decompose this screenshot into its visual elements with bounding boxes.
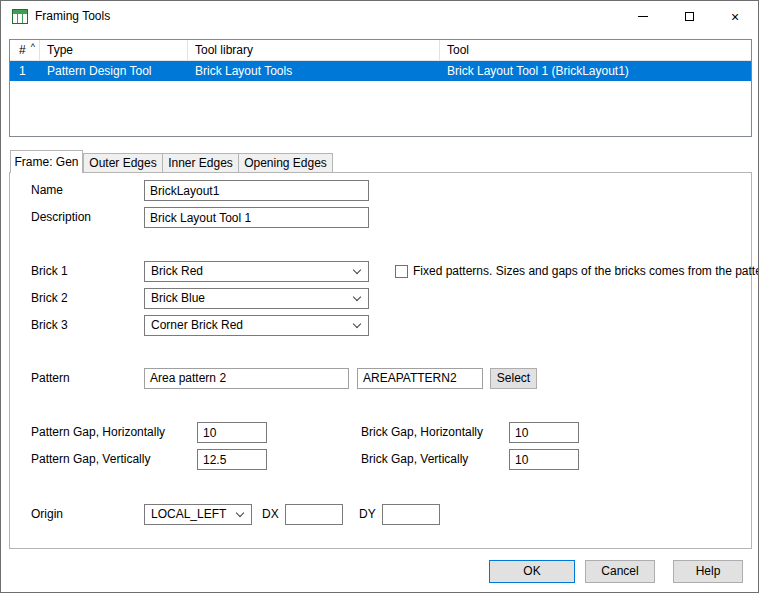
tab-inner-edges[interactable]: Inner Edges bbox=[162, 153, 239, 172]
brick1-label: Brick 1 bbox=[31, 261, 68, 282]
brick2-dropdown[interactable]: Brick Blue bbox=[144, 288, 369, 309]
description-label: Description bbox=[31, 207, 91, 228]
column-header-tool-library[interactable]: Tool library bbox=[188, 40, 440, 60]
ok-button[interactable]: OK bbox=[489, 560, 575, 583]
chevron-down-icon bbox=[353, 320, 361, 328]
brick2-value: Brick Blue bbox=[151, 291, 205, 305]
cell-number: 1 bbox=[10, 61, 40, 81]
pattern-gap-vertical-input[interactable] bbox=[197, 449, 267, 470]
fixed-patterns-label: Fixed patterns. Sizes and gaps of the br… bbox=[413, 261, 759, 282]
cell-tool: Brick Layout Tool 1 (BrickLayout1) bbox=[440, 61, 751, 81]
sort-ascending-icon: ^ bbox=[31, 42, 35, 52]
cancel-button[interactable]: Cancel bbox=[585, 560, 655, 583]
pattern-gap-horizontal-label: Pattern Gap, Horizontally bbox=[31, 422, 165, 443]
brick-gap-horizontal-label: Brick Gap, Horizontally bbox=[361, 422, 483, 443]
chevron-down-icon bbox=[353, 293, 361, 301]
dx-input[interactable] bbox=[285, 504, 343, 525]
brick3-dropdown[interactable]: Corner Brick Red bbox=[144, 315, 369, 336]
brick1-dropdown[interactable]: Brick Red bbox=[144, 261, 369, 282]
tool-list: #^ Type Tool library Tool 1 Pattern Desi… bbox=[9, 39, 752, 137]
maximize-button[interactable] bbox=[666, 1, 712, 32]
table-row[interactable]: 1 Pattern Design Tool Brick Layout Tools… bbox=[10, 61, 751, 81]
chevron-down-icon bbox=[236, 509, 244, 517]
cell-tool-library: Brick Layout Tools bbox=[188, 61, 440, 81]
dy-label: DY bbox=[359, 504, 376, 525]
fixed-patterns-checkbox[interactable] bbox=[395, 265, 408, 278]
frame-gen-panel bbox=[9, 172, 752, 549]
framing-tools-dialog: Framing Tools × #^ Type Tool library Too… bbox=[0, 0, 759, 593]
tab-frame-gen[interactable]: Frame: Gen bbox=[10, 150, 83, 173]
tab-outer-edges[interactable]: Outer Edges bbox=[83, 153, 163, 172]
pattern-code-field: AREAPATTERN2 bbox=[357, 368, 483, 389]
origin-value: LOCAL_LEFT bbox=[151, 507, 226, 521]
minimize-button[interactable] bbox=[620, 1, 666, 32]
brick-gap-vertical-input[interactable] bbox=[509, 449, 579, 470]
minimize-icon bbox=[638, 16, 648, 17]
pattern-gap-horizontal-input[interactable] bbox=[197, 422, 267, 443]
close-icon: × bbox=[731, 10, 739, 24]
brick1-value: Brick Red bbox=[151, 264, 203, 278]
column-header-number[interactable]: #^ bbox=[10, 40, 40, 60]
name-input[interactable] bbox=[144, 180, 369, 201]
brick3-label: Brick 3 bbox=[31, 315, 68, 336]
chevron-down-icon bbox=[353, 266, 361, 274]
tool-list-header: #^ Type Tool library Tool bbox=[10, 40, 751, 61]
brick3-value: Corner Brick Red bbox=[151, 318, 243, 332]
cell-type: Pattern Design Tool bbox=[40, 61, 188, 81]
column-header-tool[interactable]: Tool bbox=[440, 40, 751, 60]
window-title: Framing Tools bbox=[35, 1, 110, 32]
help-button[interactable]: Help bbox=[673, 560, 743, 583]
pattern-label: Pattern bbox=[31, 368, 70, 389]
dx-label: DX bbox=[262, 504, 279, 525]
title-bar: Framing Tools × bbox=[1, 1, 758, 32]
origin-label: Origin bbox=[31, 504, 63, 525]
pattern-gap-vertical-label: Pattern Gap, Vertically bbox=[31, 449, 150, 470]
brick-gap-vertical-label: Brick Gap, Vertically bbox=[361, 449, 468, 470]
brick2-label: Brick 2 bbox=[31, 288, 68, 309]
pattern-name-field: Area pattern 2 bbox=[144, 368, 349, 389]
select-button[interactable]: Select bbox=[490, 368, 537, 389]
name-label: Name bbox=[31, 180, 63, 201]
close-button[interactable]: × bbox=[712, 1, 758, 32]
column-header-type[interactable]: Type bbox=[40, 40, 188, 60]
description-input[interactable] bbox=[144, 207, 369, 228]
app-icon bbox=[12, 9, 28, 24]
tab-opening-edges[interactable]: Opening Edges bbox=[238, 153, 333, 172]
dy-input[interactable] bbox=[382, 504, 440, 525]
origin-dropdown[interactable]: LOCAL_LEFT bbox=[144, 504, 252, 525]
maximize-icon bbox=[685, 12, 694, 21]
brick-gap-horizontal-input[interactable] bbox=[509, 422, 579, 443]
